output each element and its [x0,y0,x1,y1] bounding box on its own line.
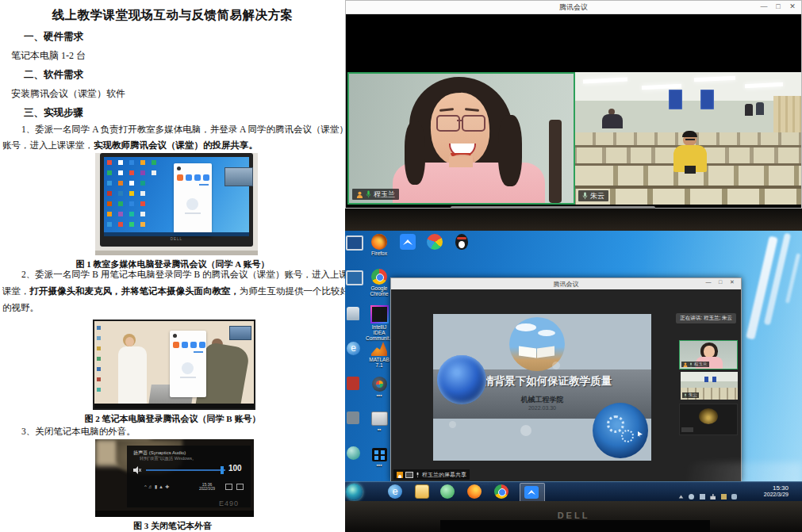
step3-line: 3、关闭笔记本电脑的外音。 [21,426,136,438]
tray-network-icon [689,494,694,499]
hair-strand-right [498,115,522,186]
doc-title: 线上教学课堂现场互动与反馈简易解决方案 [0,7,345,24]
autocad-icon[interactable] [347,411,359,424]
fig2-desktop-icons [97,326,101,330]
back-student-1 [745,104,753,116]
photo-meeting-titlebar: 腾讯会议 — □ ✕ [391,278,741,289]
fig1-tm-empty-circle [186,198,198,210]
desktop-icon-qq[interactable] [448,234,475,250]
fig2-tm-button-blue3 [199,342,205,348]
mic-on-icon [416,472,420,478]
fig2-tm-button-orange [173,342,179,348]
desktop-icon-matlab[interactable]: MATLAB 7.1 [366,342,393,368]
pdf-reader-icon[interactable] [347,377,359,390]
fig2-tm-button-blue1 [182,342,188,348]
thumb1-face [704,346,715,358]
taskbar-chrome-icon[interactable] [494,484,508,499]
video-tile-zhuyun[interactable]: 朱云 [575,72,801,205]
teamviewer-sphere-icon[interactable] [347,446,360,460]
thumbnail-chengyulan[interactable]: 程玉兰 [679,340,738,369]
glasses-bridge [457,120,462,121]
taskbar-explorer-icon[interactable] [415,484,429,499]
desktop-icon-chrome[interactable]: Google Chrome [366,269,393,297]
fig3-volume-knob [221,466,224,474]
chrome-center [498,488,506,496]
figure2-image [93,320,255,410]
mic-on-icon [684,393,687,398]
taskbar-clock[interactable]: 15:30 2022/3/29 [739,484,789,497]
taskbar-ie-icon[interactable]: e [388,484,402,499]
fig1-desktop-icons [107,160,112,165]
figure3-caption: 图 3 关闭笔记本外音 [0,520,345,532]
desktop-icon-pinwheel-app[interactable] [421,234,448,250]
taskbar-360-icon[interactable] [440,484,455,499]
screen-share-text: 程玉兰的屏幕共享 [422,471,466,479]
fig1-video-thumbnail [224,167,253,186]
screenshot-canvas: 线上教学课堂现场互动与反馈简易解决方案 一、硬件需求 笔记本电脑 1-2 台 二… [0,0,802,532]
close-button[interactable]: ✕ [787,2,798,10]
fig2-taskbar [94,404,255,408]
deco-dot-2 [552,362,560,369]
thumb2-name: 朱云 [689,392,697,398]
doc-body-software: 安装腾讯会议（课堂）软件 [11,87,125,101]
windows-desktop: e Firefox Google Chrome [345,231,802,483]
fig3-bottom-edge [95,511,254,517]
desktop-icon-tencent-meeting[interactable] [394,234,421,250]
maximize-button[interactable]: □ [773,2,784,10]
speaking-indicator: 正在讲话: 程玉兰; 朱云 [676,313,736,323]
hair-strand-left [405,121,425,185]
tray-flag-icon [721,494,727,499]
firefox-label: Firefox [366,251,393,256]
fig1-tm-button-blue3 [203,174,209,181]
thumb2-poster1 [704,377,708,382]
chrome-icon [371,269,387,285]
start-button[interactable] [346,484,363,500]
book-page-left [519,346,536,358]
desk-shadow [440,520,710,532]
step2-line2-normal2: 为师生互动提供一个比较好 [240,286,349,296]
taskbar-active-app-slot[interactable] [520,483,545,503]
fig3-activate-watermark: 转到“设置”以激活 Windows。 [140,456,197,461]
close-button[interactable]: ✕ [727,279,738,285]
figure2-caption: 图 2 笔记本电脑登录腾讯会议（同学 B 账号） [0,413,345,425]
fig2-tm-avatar [173,334,177,338]
player-label-smudge: ▪▪▪ [366,392,393,398]
maximize-button[interactable]: □ [715,279,726,285]
tray-chevron-icon [678,494,684,499]
step1-line2-normal: 账号，进入上课课堂， [2,140,94,150]
desktop-icon-snipping[interactable]: ▪▪ [366,411,393,432]
recycle-bin-icon[interactable] [347,307,359,320]
video1-name: 程玉兰 [374,189,395,200]
internet-explorer-icon[interactable]: e [347,342,360,355]
desktop-icon-qq-player[interactable]: ▪▪▪ [366,377,393,398]
fig2-woman-body [118,346,147,408]
fig1-tm-empty-line [185,212,201,214]
tray-battery-icon [700,494,705,499]
fig3-tray-clock: 15:36 2022/3/29 [194,482,221,491]
minimize-button[interactable]: — [703,279,714,285]
gear-1 [607,415,624,433]
taskbar-firefox-icon[interactable] [467,484,482,499]
intellij-label: IntelliJ IDEA Communit... [366,324,393,341]
tm-logo-shape [528,490,535,495]
chrome-label: Google Chrome [366,285,393,297]
thumbnail-zhuyun[interactable]: 朱云 [681,372,738,400]
mic-on-icon [689,362,693,367]
desktop-icon-jiyu[interactable]: ▪▪▪ [366,448,393,468]
fig1-taskbar [104,232,249,236]
desktop-icon-intellij[interactable]: IntelliJ IDEA Communit... [366,305,393,341]
network-icon[interactable] [346,270,363,285]
minimize-button[interactable]: — [758,2,769,10]
book-page-right [537,346,554,358]
computer-icon[interactable] [346,235,363,251]
fig2-video-thumbnail [229,326,251,340]
slide-circle-gears [593,403,648,458]
meeting-titlebar: 腾讯会议 — □ ✕ [346,1,801,14]
student-phone [685,166,696,174]
slide-circle-tech [437,355,486,404]
video1-name-tag: 程玉兰 [352,189,399,200]
thumbnail-novideo[interactable] [679,404,738,435]
desktop-icon-firefox[interactable]: Firefox [366,234,393,256]
video-tile-chengyulan[interactable]: 程玉兰 [347,72,575,205]
monitor-bottom-bezel: DELL [345,501,802,532]
